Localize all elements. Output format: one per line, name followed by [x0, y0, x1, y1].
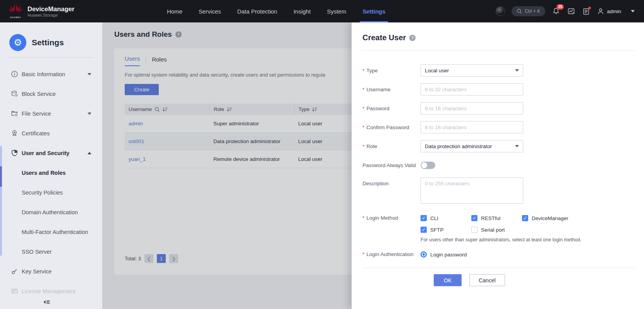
top-navbar: HUAWEI DeviceManager Huawei.Storage Home…	[0, 0, 644, 22]
tasks-alert-dot	[588, 7, 591, 9]
file-service-icon	[11, 110, 18, 117]
sidebar-item-key-service[interactable]: Key Service	[0, 261, 102, 281]
assistant-orb-icon[interactable]	[496, 7, 505, 16]
sidebar-item-certificates[interactable]: Certificates	[0, 123, 102, 143]
select-caret-icon	[515, 69, 519, 72]
description-label: Description	[362, 178, 421, 186]
sidebar-item-sso-server[interactable]: SSO Server	[0, 242, 102, 261]
shield-icon	[11, 149, 18, 157]
navbar-actions: Ctrl + K 25	[496, 6, 644, 16]
checkbox-unchecked-icon[interactable]	[471, 227, 477, 233]
huawei-logo-icon: HUAWEI	[8, 4, 23, 19]
sidebar-item-security-policies[interactable]: Security Policies	[0, 183, 102, 202]
nav-insight[interactable]: Insight	[285, 0, 319, 22]
sidebar-item-block-service[interactable]: Block Service	[0, 84, 102, 104]
notification-badge: 25	[556, 4, 564, 10]
info-icon	[11, 70, 18, 78]
settings-sidebar: ⚙ Settings Basic Information Block Servi…	[0, 22, 102, 309]
role-select[interactable]: Data protection administrator	[421, 140, 523, 152]
method-devicemanager[interactable]: DeviceManager	[522, 215, 587, 221]
chevron-down-icon	[88, 113, 91, 115]
description-field[interactable]	[421, 178, 523, 204]
login-method-label: Login Method	[362, 210, 421, 221]
block-service-icon	[11, 90, 18, 97]
create-user-form: Type Local user Username Password Confir…	[352, 51, 644, 261]
sidebar-item-multi-factor-authentication[interactable]: Multi-Factor Authentication	[0, 222, 102, 242]
checkbox-checked-icon[interactable]	[421, 227, 427, 233]
notifications-button[interactable]: 25	[552, 7, 560, 15]
chart-alert-icon	[567, 7, 575, 15]
huawei-wordmark: HUAWEI	[10, 16, 21, 19]
drawer-title: Create User	[362, 33, 406, 42]
nav-data-protection[interactable]: Data Protection	[229, 0, 285, 22]
nav-settings[interactable]: Settings	[354, 0, 393, 22]
certificate-icon	[11, 130, 18, 137]
user-menu[interactable]: admin	[597, 7, 621, 15]
checkbox-checked-icon[interactable]	[471, 215, 477, 221]
search-shortcut: Ctrl + K	[525, 9, 540, 14]
sidebar-item-users-and-roles[interactable]: Users and Roles	[0, 163, 102, 183]
search-icon	[517, 9, 522, 14]
collapse-icon	[43, 299, 50, 305]
drawer-help-icon[interactable]	[409, 35, 416, 41]
brand: HUAWEI DeviceManager Huawei.Storage	[0, 4, 97, 19]
login-authentication-label: Login Authentication	[362, 248, 421, 257]
product-name: DeviceManager	[27, 5, 74, 13]
method-cli[interactable]: CLI	[421, 215, 471, 221]
performance-button[interactable]	[567, 7, 575, 15]
select-caret-icon	[515, 145, 519, 147]
license-icon	[11, 287, 18, 295]
key-icon	[11, 268, 18, 275]
global-search[interactable]: Ctrl + K	[512, 6, 545, 16]
sidebar-item-domain-authentication[interactable]: Domain Authentication	[0, 202, 102, 222]
password-label: Password	[362, 106, 421, 111]
drawer-footer: OK Cancel	[352, 268, 644, 286]
checkbox-checked-icon[interactable]	[421, 215, 427, 221]
type-label: Type	[362, 68, 421, 73]
sidebar-scroll-track[interactable]	[0, 146, 2, 256]
nav-home[interactable]: Home	[159, 0, 191, 22]
tasks-button[interactable]	[582, 7, 590, 15]
confirm-password-field[interactable]	[421, 121, 523, 133]
type-select[interactable]: Local user	[421, 64, 523, 77]
login-password-option[interactable]: Login password	[421, 251, 467, 258]
product-subtitle: Huawei.Storage	[27, 13, 74, 17]
user-menu-chevron-icon[interactable]	[631, 10, 635, 12]
create-user-drawer: Create User Type Local user Username Pas…	[352, 22, 644, 309]
sidebar-title: Settings	[32, 38, 64, 47]
sidebar-item-license-management[interactable]: License Management	[0, 281, 102, 301]
cancel-button[interactable]: Cancel	[469, 274, 505, 286]
password-always-valid-label: Password Always Valid	[362, 162, 421, 168]
user-icon	[597, 7, 605, 15]
username-field[interactable]	[421, 83, 523, 96]
sidebar-item-user-and-security[interactable]: User and Security	[0, 143, 102, 163]
checkbox-checked-icon[interactable]	[522, 215, 528, 221]
username: admin	[607, 9, 621, 14]
sidebar-item-file-service[interactable]: File Service	[0, 104, 102, 123]
primary-nav: Home Services Data Protection Insight Sy…	[159, 0, 393, 22]
chevron-up-icon	[88, 152, 91, 154]
login-method-note: For users other than super administrator…	[421, 237, 587, 242]
login-method-options: CLI RESTful DeviceManager SFTP	[421, 215, 587, 233]
nav-system[interactable]: System	[319, 0, 354, 22]
sidebar-header: ⚙ Settings	[0, 22, 102, 51]
confirm-password-label: Confirm Password	[362, 125, 421, 130]
settings-gear-icon: ⚙	[9, 34, 26, 51]
sidebar-item-basic-information[interactable]: Basic Information	[0, 64, 102, 84]
password-field[interactable]	[421, 102, 523, 114]
chevron-down-icon	[88, 73, 91, 75]
password-always-valid-toggle[interactable]	[421, 162, 435, 169]
radio-selected-icon[interactable]	[421, 251, 427, 258]
collapse-sidebar-button[interactable]	[43, 299, 50, 306]
ok-button[interactable]: OK	[434, 274, 462, 286]
role-label: Role	[362, 143, 421, 149]
sidebar-active-indicator	[0, 166, 2, 187]
sidebar-menu: Basic Information Block Service File Ser…	[0, 58, 102, 301]
method-serial-port[interactable]: Serial port	[471, 227, 522, 233]
method-restful[interactable]: RESTful	[471, 215, 522, 221]
method-sftp[interactable]: SFTP	[421, 227, 471, 233]
nav-services[interactable]: Services	[191, 0, 229, 22]
username-label: Username	[362, 87, 421, 92]
